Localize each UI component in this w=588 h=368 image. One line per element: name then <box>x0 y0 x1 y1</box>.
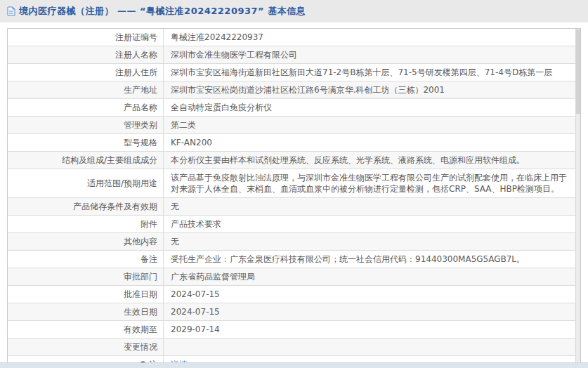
row-label: 有效期至 <box>8 321 163 338</box>
row-value: 2024-07-15 <box>163 286 575 303</box>
row-value: 2024-07-15 <box>163 303 575 320</box>
table-row: 注册证编号 粤械注准20242220937 <box>8 29 575 46</box>
row-label: 产品名称 <box>8 99 163 116</box>
registration-info-table: 注册证编号 粤械注准20242220937 注册人名称 深圳市金准生物医学工程有… <box>7 28 581 368</box>
row-label: 产品储存条件及有效期 <box>8 198 163 215</box>
table-row: 批准日期 2024-07-15 <box>8 285 575 303</box>
row-value: 无 <box>163 198 575 215</box>
table-row: 产品储存条件及有效期 无 <box>8 197 575 215</box>
row-label: 批准日期 <box>8 286 163 303</box>
row-label: 结构及组成/主要组成成分 <box>8 152 163 169</box>
row-label: 型号规格 <box>8 134 163 151</box>
row-value <box>163 339 575 355</box>
table-row: 变更情况 <box>8 338 575 355</box>
row-value: 产品技术要求 <box>163 216 575 232</box>
row-value: 广东省药品监督管理局 <box>163 268 575 285</box>
table-row: 备注 受托生产企业：广东金泉医疗科技有限公司；统一社会信用代码：91440300… <box>8 250 575 268</box>
row-label: 附件 <box>8 216 163 232</box>
table-row: 审批部门 广东省药品监督管理局 <box>8 268 575 285</box>
table-row: 注册人名称 深圳市金准生物医学工程有限公司 <box>8 46 575 63</box>
vertical-scrollbar[interactable] <box>575 29 580 368</box>
row-value: 粤械注准20242220937 <box>163 29 575 46</box>
table-row: 其他内容 无 <box>8 232 575 250</box>
table-row: 生产地址 深圳市宝安区松岗街道沙浦社区松江路6号满京华.科创工坊（三栋）2001 <box>8 81 575 98</box>
table-row: 有效期至 2029-07-14 <box>8 320 575 338</box>
row-label: 适用范围/预期用途 <box>8 169 163 197</box>
row-value: 深圳市金准生物医学工程有限公司 <box>163 46 575 63</box>
row-label: 其他内容 <box>8 233 163 250</box>
table-row: 生效日期 2024-07-15 <box>8 303 575 320</box>
page-header: 境内医疗器械（注册） —— “粤械注准20242220937” 基本信息 <box>0 0 588 22</box>
row-label: 管理类别 <box>8 117 163 133</box>
row-value: 本分析仪主要由样本和试剂处理系统、反应系统、光学系统、液路系统、电源和应用软件组… <box>163 152 575 169</box>
table-row: 适用范围/预期用途 该产品基于免疫散射比浊法原理，与深圳市金准生物医学工程有限公… <box>8 169 575 197</box>
scrollbar-thumb[interactable] <box>576 29 580 114</box>
row-value: 全自动特定蛋白免疫分析仪 <box>163 99 575 116</box>
document-icon <box>7 6 15 16</box>
row-label: 备注 <box>8 251 163 268</box>
row-value: 2029-07-14 <box>163 321 575 338</box>
row-value: 无 <box>163 233 575 250</box>
table-body: 注册证编号 粤械注准20242220937 注册人名称 深圳市金准生物医学工程有… <box>8 29 575 368</box>
row-value: 第二类 <box>163 117 575 133</box>
row-value: 该产品基于免疫散射比浊法原理，与深圳市金准生物医学工程有限公司生产的试剂配套使用… <box>163 169 575 197</box>
row-value: 深圳市宝安区松岗街道沙浦社区松江路6号满京华.科创工坊（三栋）2001 <box>163 81 575 98</box>
footer-bar <box>0 362 588 368</box>
row-value: 深圳市宝安区福海街道新田社区新田大道71-2号B栋第十层、71-5号研发楼第四层… <box>163 64 575 81</box>
row-label: 生效日期 <box>8 303 163 320</box>
row-label: 生产地址 <box>8 81 163 98</box>
table-row: 产品名称 全自动特定蛋白免疫分析仪 <box>8 98 575 116</box>
page-title: 境内医疗器械（注册） —— “粤械注准20242220937” 基本信息 <box>19 5 306 18</box>
row-label: 变更情况 <box>8 339 163 355</box>
table-row: 管理类别 第二类 <box>8 116 575 133</box>
row-label: 审批部门 <box>8 268 163 285</box>
row-value: KF-AN200 <box>163 134 575 151</box>
row-label: 注册人名称 <box>8 46 163 63</box>
table-row: 结构及组成/主要组成成分 本分析仪主要由样本和试剂处理系统、反应系统、光学系统、… <box>8 151 575 169</box>
table-row: 型号规格 KF-AN200 <box>8 133 575 151</box>
table-row: 注册人住所 深圳市宝安区福海街道新田社区新田大道71-2号B栋第十层、71-5号… <box>8 63 575 81</box>
table-row: 附件 产品技术要求 <box>8 215 575 232</box>
row-label: 注册证编号 <box>8 29 163 46</box>
row-value: 受托生产企业：广东金泉医疗科技有限公司；统一社会信用代码：91440300MA5… <box>163 251 575 268</box>
row-label: 注册人住所 <box>8 64 163 81</box>
